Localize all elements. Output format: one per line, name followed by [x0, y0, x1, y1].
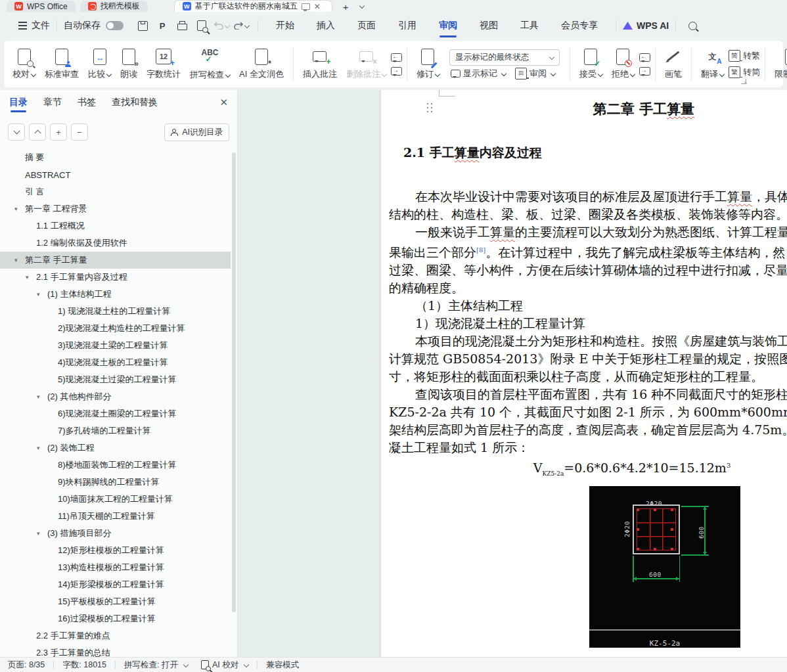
toc-item[interactable]: ▾ 引 言	[0, 183, 231, 200]
sidebar-tab[interactable]: 目录	[9, 90, 28, 115]
toc-item[interactable]: ▾ 2.2 手工算量的难点	[0, 627, 231, 644]
translate-button[interactable]: 文A 翻译	[696, 45, 729, 84]
next-comment-icon[interactable]: →	[391, 67, 402, 76]
new-tab-button[interactable]: +	[343, 2, 349, 12]
toc-item[interactable]: ▾ 2.3 手工算量的总结	[0, 644, 231, 657]
next-revision-icon[interactable]: →	[639, 67, 650, 76]
toc-item[interactable]: ▾ ABSTRACT	[0, 166, 231, 183]
word-count-button[interactable]: 12+ 字数统计	[142, 45, 185, 84]
traditional-to-simplified-button[interactable]: 繁 转简	[729, 66, 760, 78]
compare-button[interactable]: ↔ 比较	[83, 45, 116, 84]
toc-item[interactable]: ▾ 8)楼地面装饰工程的工程量计算	[0, 457, 231, 474]
review-pane-button[interactable]: 回 审阅	[515, 68, 555, 79]
tab-list-dropdown[interactable]	[358, 0, 364, 12]
autosave-toggle[interactable]	[106, 21, 124, 30]
toc-expand-arrow[interactable]: ▾	[37, 393, 47, 400]
sidebar-close-icon[interactable]: ✕	[219, 97, 228, 108]
device-sync-icon[interactable]	[302, 3, 310, 10]
menu-tab[interactable]: 工具	[509, 12, 550, 39]
menu-tab[interactable]: 视图	[468, 12, 509, 39]
menu-tab[interactable]: 引用	[387, 12, 428, 39]
previous-comment-icon[interactable]: ←	[391, 53, 402, 62]
toc-item[interactable]: ▾ 第二章 手工算量	[0, 252, 231, 269]
document-page[interactable]: 第二章 手工算量 2.1 手工算量内容及过程 在本次毕业设计中需要对该项目的标准…	[381, 90, 787, 657]
toc-expand-all-button[interactable]	[8, 123, 25, 141]
tab-wps-office[interactable]: W WPS Office	[7, 1, 76, 12]
undo-button[interactable]	[212, 18, 231, 34]
sidebar-tab[interactable]: 书签	[78, 90, 96, 115]
toc-item[interactable]: ▾ 10)墙面抹灰工程的工程量计算	[0, 491, 231, 508]
toc-item[interactable]: ▾ 5)现浇混凝土过梁的工程量计算	[0, 371, 231, 388]
restrict-editing-button[interactable]: 限制编辑	[770, 45, 787, 84]
sidebar-tab[interactable]: 章节	[43, 90, 62, 115]
toc-item[interactable]: ▾ 12)矩形柱模板的工程量计算	[0, 542, 231, 559]
print-preview-button[interactable]	[192, 18, 212, 34]
save-button[interactable]	[133, 18, 152, 34]
toc-item[interactable]: ▾ 3)现浇混凝土梁的工程量计算	[0, 337, 231, 354]
simplified-to-traditional-button[interactable]: 简 转繁	[729, 50, 760, 62]
autosave-control[interactable]: 自动保存	[64, 20, 124, 32]
toc-zoom-in-button[interactable]: +	[50, 123, 67, 141]
toc-item[interactable]: ▾ 摘 要	[0, 149, 231, 166]
toc-item[interactable]: ▾ 7)多孔砖墙的工程量计算	[0, 422, 231, 439]
standard-review-button[interactable]: 标准审查	[40, 45, 83, 84]
tab-document[interactable]: W 基于广联达软件的丽水南城五 ✕	[174, 0, 332, 12]
menu-tab[interactable]: 开始	[265, 12, 305, 39]
sidebar-tab[interactable]: 查找和替换	[112, 90, 158, 115]
toc-item[interactable]: ▾ 4)现浇混凝土板的工程量计算	[0, 354, 231, 371]
toc-item[interactable]: ▾ (2) 装饰工程	[0, 439, 231, 457]
toc-item[interactable]: ▾ 2)现浇混凝土构造柱的工程量计算	[0, 320, 231, 337]
toc-expand-arrow[interactable]: ▾	[14, 257, 25, 263]
reject-button[interactable]: 拒绝	[607, 45, 639, 84]
toc-item[interactable]: ▾ (3) 措施项目部分	[0, 525, 231, 542]
toc-expand-arrow[interactable]: ▾	[37, 445, 47, 451]
track-changes-button[interactable]: 修订	[412, 45, 444, 84]
tab-docer-templates[interactable]: 找稻壳模板	[80, 1, 148, 12]
toc-item[interactable]: ▾ 14)矩形梁模板的工程量计算	[0, 576, 231, 593]
show-markup-button[interactable]: 显示标记	[451, 68, 506, 79]
toc-item[interactable]: ▾ 13)构造柱模板的工程量计算	[0, 559, 231, 576]
menu-tab[interactable]: 页面	[346, 12, 387, 39]
toc-item[interactable]: ▾ 9)块料踢脚线的工程量计算	[0, 474, 231, 491]
export-pdf-button[interactable]: P	[152, 18, 172, 34]
ai-polish-button[interactable]: * AI 全文润色	[235, 45, 288, 84]
ink-brush-button[interactable]: 画笔	[660, 45, 686, 84]
search-button[interactable]	[683, 18, 702, 34]
wps-ai-button[interactable]: WPS AI	[623, 20, 669, 31]
toc-zoom-out-button[interactable]: −	[71, 123, 88, 141]
toc-item[interactable]: ▾ 6)现浇混凝土圈梁的工程量计算	[0, 405, 231, 422]
proofread-button[interactable]: 校对	[8, 45, 40, 84]
ai-recognize-toc-button[interactable]: AI识别目录	[164, 123, 229, 141]
menu-tab[interactable]: 会员专享	[550, 12, 609, 39]
toc-expand-arrow[interactable]: ▾	[26, 274, 36, 280]
toc-expand-arrow[interactable]: ▾	[14, 206, 25, 212]
toc-expand-arrow[interactable]: ▾	[37, 530, 47, 537]
toc-item[interactable]: ▾ 11)吊顶天棚的工程量计算	[0, 508, 231, 525]
sidebar-scrollbar[interactable]	[232, 152, 236, 612]
accept-button[interactable]: ✓ 接受	[575, 45, 607, 84]
read-aloud-button[interactable]: » 朗读	[116, 45, 142, 84]
toc-item[interactable]: ▾ 16)过梁模板的工程量计算	[0, 610, 231, 627]
close-tab-icon[interactable]: ✕	[314, 3, 321, 11]
toc-collapse-all-button[interactable]	[29, 123, 46, 141]
toc-item[interactable]: ▾ (1) 主体结构工程	[0, 286, 231, 303]
file-menu[interactable]: 文件	[18, 20, 50, 32]
page-indicator[interactable]: 页面: 8/35	[8, 660, 45, 671]
word-count-indicator[interactable]: 字数: 18015	[62, 660, 106, 671]
toc-item[interactable]: ▾ 1.1 工程概况	[0, 217, 231, 235]
menu-tab[interactable]: 插入	[305, 12, 346, 39]
insert-comment-button[interactable]: + 插入批注	[298, 45, 342, 84]
print-button[interactable]	[172, 18, 192, 34]
toc-item[interactable]: ▾ 2.1 手工算量内容及过程	[0, 269, 231, 286]
redo-button[interactable]	[231, 18, 251, 34]
spell-check-button[interactable]: ABC 拼写检查	[185, 45, 235, 84]
menu-tab[interactable]: 审阅	[428, 12, 468, 39]
toc-expand-arrow[interactable]: ▾	[37, 291, 47, 298]
paragraph-drag-handle-icon[interactable]	[426, 102, 433, 113]
spell-check-status[interactable]: 拼写检查: 打开	[124, 660, 188, 671]
toc-item[interactable]: ▾ (2) 其他构件部分	[0, 388, 231, 405]
toc-item[interactable]: ▾ 15)平板模板的工程量计算	[0, 593, 231, 610]
toc-item[interactable]: ▾ 1.2 编制依据及使用软件	[0, 235, 231, 252]
delete-comment-button[interactable]: × 删除批注	[342, 45, 391, 84]
toc-item[interactable]: ▾ 第一章 工程背景	[0, 200, 231, 217]
